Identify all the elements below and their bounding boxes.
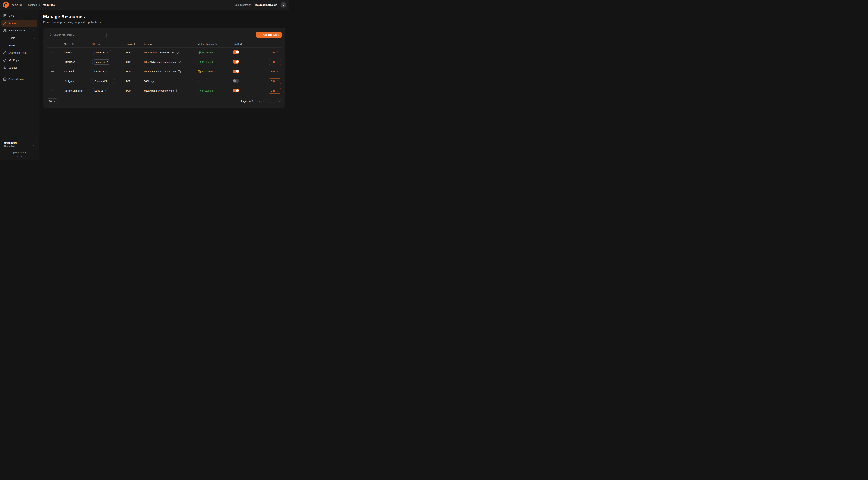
protocol-value: TCP (126, 61, 144, 63)
breadcrumb-separator-icon (38, 4, 41, 6)
page-title: Manage Resources (43, 14, 285, 19)
sidebar-item-users[interactable]: Users (1, 35, 37, 41)
app-logo[interactable] (3, 2, 9, 8)
documentation-link[interactable]: Documentation (234, 3, 251, 6)
edit-button[interactable]: Edit (269, 79, 281, 84)
enabled-toggle[interactable] (233, 79, 239, 83)
arrow-right-icon (276, 70, 279, 73)
copy-icon (178, 70, 181, 73)
chevrons-right-icon (278, 100, 280, 102)
arrow-right-icon (276, 61, 279, 63)
org-switcher[interactable]: Organization Home Lab (2, 140, 37, 149)
copy-button[interactable] (176, 89, 178, 92)
row-menu-button[interactable] (50, 60, 55, 64)
shield-check-icon (198, 51, 201, 54)
resource-name: Battery Manager (64, 89, 92, 92)
edit-button[interactable]: Edit (269, 59, 281, 65)
site-link[interactable]: Edge 01 (92, 88, 109, 93)
sidebar-item-shareable-links[interactable]: Shareable Links (1, 50, 37, 56)
copy-button[interactable] (178, 70, 181, 73)
copy-button[interactable] (179, 61, 182, 63)
sidebar-item-sites[interactable]: Sites (1, 12, 37, 19)
edit-button[interactable]: Edit (269, 50, 281, 55)
site-cell: Office (92, 69, 126, 74)
access-value: 5432 (144, 80, 150, 83)
add-resource-button[interactable]: Add Resource (256, 32, 282, 38)
card-toolbar: Add Resource (47, 32, 282, 38)
auth-label: Protected (202, 51, 213, 54)
site-pill-label: Edge 01 (94, 89, 103, 92)
ellipsis-icon (51, 70, 54, 73)
avatar[interactable]: J (281, 2, 286, 8)
breadcrumb-settings[interactable]: settings (28, 3, 37, 6)
enabled-toggle[interactable] (233, 69, 239, 73)
edit-cell: Edit (260, 50, 282, 55)
row-menu-button[interactable] (50, 89, 55, 93)
site-link[interactable]: Office (92, 69, 106, 74)
first-page-button[interactable] (257, 99, 262, 104)
resources-table: Name Site Protocol Access Authentication (47, 41, 282, 96)
pangolin-logo-icon (3, 2, 9, 8)
header-enabled: Enabled (233, 43, 260, 46)
page-size-select[interactable]: 20 (47, 98, 58, 104)
pagination: Page 1 of 1 (241, 99, 282, 104)
header-name[interactable]: Name (64, 43, 92, 46)
sidebar-item-label: API Keys (8, 59, 19, 62)
site-link[interactable]: Second Office (92, 79, 115, 84)
resource-name: Postgres (64, 80, 92, 83)
site-pill-label: Office (94, 70, 101, 73)
table-header-row: Name Site Protocol Access Authentication (47, 41, 282, 48)
site-cell: Edge 01 (92, 88, 126, 93)
sidebar-item-access-control[interactable]: Access Control (1, 27, 37, 34)
sidebar-item-api-keys[interactable]: API Keys (1, 57, 37, 64)
sidebar-item-label: Users (9, 36, 16, 39)
open-source-link[interactable]: Open Source (2, 151, 37, 154)
enabled-toggle[interactable] (233, 89, 239, 92)
row-menu-button[interactable] (50, 79, 55, 83)
toggle-knob (233, 80, 236, 82)
protocol-value: TCP (126, 80, 144, 83)
edit-button[interactable]: Edit (269, 69, 281, 74)
resources-card: Add Resource Name Site P (43, 28, 285, 108)
shield-check-icon (198, 61, 201, 63)
sidebar-item-settings[interactable]: Settings (1, 64, 37, 71)
enabled-toggle[interactable] (233, 50, 239, 54)
sidebar: Sites Resources Access Control Users Rol (0, 10, 39, 160)
access-value: https://battery.example.com (144, 89, 174, 92)
sidebar-item-server-admin[interactable]: Server Admin (1, 76, 37, 83)
last-page-button[interactable] (277, 99, 282, 104)
copy-button[interactable] (151, 80, 154, 83)
table-row: Authentik Office TCP https://authentik.e… (47, 67, 282, 77)
sidebar-item-roles[interactable]: Roles (1, 42, 37, 49)
search-input[interactable] (47, 32, 106, 38)
site-link[interactable]: Home Lab (92, 59, 111, 65)
breadcrumb-org[interactable]: home-lab (12, 3, 22, 6)
enabled-cell (233, 60, 260, 64)
card-footer: 20 Page 1 of 1 (47, 98, 282, 104)
header-enabled-label: Enabled (233, 43, 242, 46)
header-authentication[interactable]: Authentication (198, 43, 233, 46)
breadcrumb-resources[interactable]: resources (43, 3, 55, 6)
row-menu-button[interactable] (50, 50, 55, 55)
site-link[interactable]: Home Lab (92, 50, 111, 55)
site-cell: Second Office (92, 79, 126, 84)
auth-label: Protected (202, 89, 213, 92)
enabled-toggle[interactable] (233, 60, 239, 63)
next-page-button[interactable] (270, 99, 275, 104)
edit-button[interactable]: Edit (269, 88, 281, 94)
sidebar-item-label: Sites (8, 14, 14, 17)
sidebar-item-resources[interactable]: Resources (1, 20, 37, 27)
page-info: Page 1 of 1 (241, 100, 253, 102)
header-site[interactable]: Site (92, 43, 126, 46)
table-row: Bitwarden Home Lab TCP https://bitwarden… (47, 57, 282, 67)
arrow-up-right-icon (106, 61, 109, 63)
row-menu-button[interactable] (50, 69, 55, 74)
chevron-right-icon (271, 100, 274, 102)
copy-button[interactable] (176, 51, 179, 54)
waypoints-icon (3, 22, 6, 25)
resource-name: Authentik (64, 70, 92, 73)
prev-page-button[interactable] (264, 99, 269, 104)
grid-icon (3, 14, 6, 18)
sidebar-nav: Sites Resources Access Control Users Rol (0, 12, 39, 83)
user-email-menu[interactable]: joe@example.com (255, 3, 277, 6)
